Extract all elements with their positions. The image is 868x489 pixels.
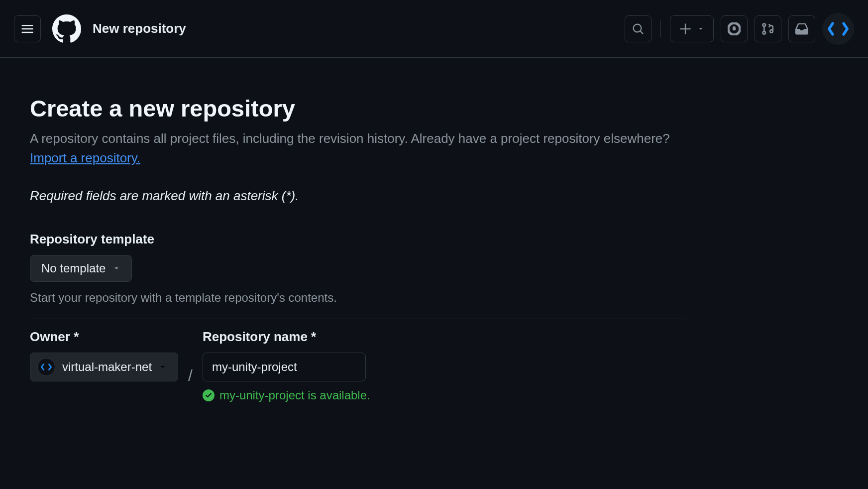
avatar-logo-icon bbox=[827, 18, 849, 40]
notifications-button[interactable] bbox=[788, 15, 815, 42]
template-label: Repository template bbox=[30, 232, 727, 247]
repo-name-column: Repository name * my-unity-project is av… bbox=[203, 329, 370, 402]
divider bbox=[660, 20, 661, 37]
owner-avatar bbox=[37, 358, 55, 376]
plus-icon bbox=[679, 23, 691, 35]
page-description: A repository contains all project files,… bbox=[30, 129, 687, 168]
description-text: A repository contains all project files,… bbox=[30, 131, 670, 146]
github-logo[interactable] bbox=[52, 14, 82, 44]
section-divider bbox=[30, 178, 687, 178]
menu-button[interactable] bbox=[14, 15, 41, 42]
required-fields-note: Required fields are marked with an aster… bbox=[30, 188, 727, 204]
section-divider bbox=[30, 319, 687, 319]
repo-name-label: Repository name * bbox=[203, 329, 370, 345]
issues-button[interactable] bbox=[721, 15, 748, 42]
page-title: New repository bbox=[93, 21, 186, 36]
template-selected: No template bbox=[41, 261, 106, 275]
main-content: Create a new repository A repository con… bbox=[30, 58, 727, 402]
search-icon bbox=[632, 23, 644, 35]
svg-point-0 bbox=[733, 27, 736, 30]
hamburger-icon bbox=[21, 22, 34, 35]
inbox-icon bbox=[795, 22, 808, 35]
check-circle-icon bbox=[203, 389, 215, 401]
owner-repo-row: Owner * virtual-maker-net / Repository n… bbox=[30, 329, 727, 402]
availability-message: my-unity-project is available. bbox=[203, 388, 370, 402]
top-header: New repository bbox=[0, 0, 868, 58]
owner-repo-slash: / bbox=[178, 367, 203, 385]
import-repository-link[interactable]: Import a repository. bbox=[30, 150, 140, 165]
template-dropdown[interactable]: No template bbox=[30, 255, 132, 282]
header-left: New repository bbox=[14, 14, 186, 44]
user-avatar[interactable] bbox=[822, 13, 854, 45]
template-help-text: Start your repository with a template re… bbox=[30, 291, 727, 305]
caret-down-icon bbox=[159, 363, 167, 371]
owner-column: Owner * virtual-maker-net bbox=[30, 329, 178, 381]
owner-label: Owner * bbox=[30, 329, 178, 345]
create-new-button[interactable] bbox=[670, 15, 714, 42]
github-icon bbox=[52, 14, 81, 43]
issue-icon bbox=[728, 22, 741, 35]
repo-name-input[interactable] bbox=[203, 353, 366, 381]
pull-request-icon bbox=[761, 22, 774, 35]
owner-dropdown[interactable]: virtual-maker-net bbox=[30, 353, 178, 381]
availability-text: my-unity-project is available. bbox=[219, 388, 370, 402]
owner-selected: virtual-maker-net bbox=[62, 360, 152, 374]
main-heading: Create a new repository bbox=[30, 95, 727, 122]
search-button[interactable] bbox=[625, 15, 651, 42]
caret-down-icon bbox=[697, 25, 704, 32]
caret-down-icon bbox=[112, 264, 120, 272]
pull-requests-button[interactable] bbox=[755, 15, 781, 42]
header-right bbox=[625, 13, 854, 45]
owner-avatar-icon bbox=[40, 361, 53, 373]
